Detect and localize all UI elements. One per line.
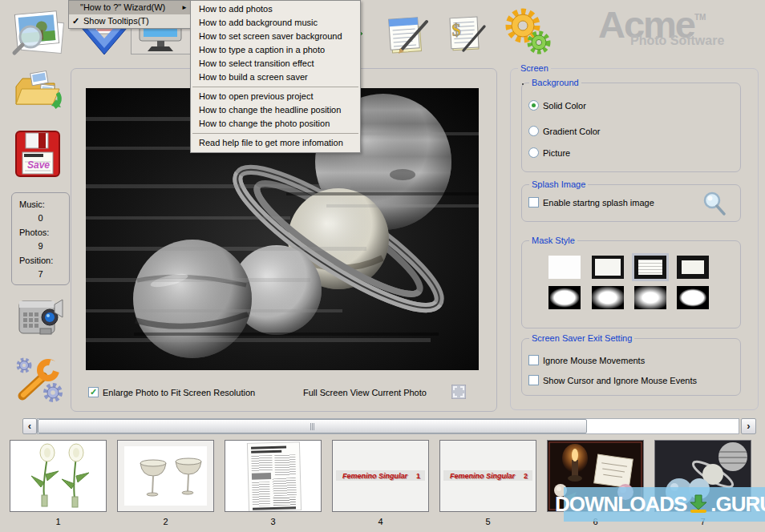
picture-radio[interactable]: Picture xyxy=(528,147,570,158)
brand-subtitle: Photo Software xyxy=(630,34,759,48)
menu-item-howto-wizard[interactable]: "How to ?" Wizard(W) ► xyxy=(69,1,191,14)
tools-icon[interactable] xyxy=(11,354,66,405)
mask-style-oval-1[interactable] xyxy=(548,286,581,309)
watermark-text-right: .GURU xyxy=(710,492,765,517)
caption-number: 1 xyxy=(416,472,425,480)
project-stats-panel: Music: 0 Photos: 9 Position: 7 xyxy=(11,192,70,285)
open-project-icon[interactable] xyxy=(11,69,66,120)
background-groupbox: Background Solid Color Gradient Color Pi… xyxy=(521,83,741,172)
howto-wizard-label: "How to ?" Wizard(W) xyxy=(80,1,178,14)
mask-style-oval-4[interactable] xyxy=(677,286,709,309)
download-icon xyxy=(688,494,709,516)
ignore-mouse-checkbox[interactable]: Ignore Mouse Movements xyxy=(528,355,645,365)
menu-item-build-screensaver[interactable]: How to build a screen saver xyxy=(191,71,360,84)
mask-style-groupbox: Mask Style xyxy=(521,240,741,328)
scroll-right-icon: › xyxy=(747,420,750,432)
music-value: 0 xyxy=(12,213,69,228)
thumbnail-roses[interactable] xyxy=(10,440,107,512)
thumbnail-number: 3 xyxy=(225,517,322,526)
caption-band: Femenino Singular 1 xyxy=(336,470,425,481)
menu-item-open-previous-project[interactable]: How to open previous project xyxy=(191,90,360,103)
fullscreen-view-label: Full Screen View Current Photo xyxy=(303,388,427,397)
show-cursor-checkbox[interactable]: Show Cursor and Ignore Mouse Events xyxy=(528,375,697,385)
check-icon: ✓ xyxy=(72,14,82,28)
menu-item-set-screensaver-background[interactable]: How to set screen saver background xyxy=(191,30,360,43)
music-label: Music: xyxy=(12,200,69,213)
browse-photos-icon[interactable] xyxy=(6,6,67,58)
caption-number: 2 xyxy=(524,472,532,480)
color-swatch[interactable] xyxy=(522,83,524,85)
show-cursor-label: Show Cursor and Ignore Mouse Events xyxy=(543,376,697,385)
thumbnail-femenino-1[interactable]: Femenino Singular 1 xyxy=(332,440,429,512)
ignore-mouse-label: Ignore Mouse Movements xyxy=(543,356,645,365)
caption-band: Femenino Singular 2 xyxy=(443,470,532,481)
exit-setting-groupbox: Screen Saver Exit Setting Ignore Mouse M… xyxy=(521,338,741,396)
show-tooltips-label: Show Tooltips(T) xyxy=(83,14,188,28)
filmstrip-scrollbar-thumb[interactable] xyxy=(38,419,587,433)
enlarge-photo-checkbox[interactable]: ✓ Enlarge Photo to Fit Screen Resolution xyxy=(88,387,255,397)
acme-photo-software-window: $ AcmeTM Photo Software xyxy=(0,0,765,532)
splash-checkbox-label: Enable startng splash image xyxy=(543,198,654,208)
brand-tm: TM xyxy=(694,13,706,22)
checkbox-box xyxy=(528,375,539,385)
menu-item-select-transition[interactable]: How to select transition effect xyxy=(191,57,360,71)
exit-setting-group-label: Screen Saver Exit Setting xyxy=(529,333,634,343)
mask-style-rect-border[interactable] xyxy=(592,256,624,279)
radio-circle-icon xyxy=(528,126,539,136)
newspaper-page xyxy=(247,441,302,512)
menu-item-type-caption[interactable]: How to type a caption in a photo xyxy=(191,43,360,57)
position-value: 7 xyxy=(12,269,69,284)
thumbnail-number: 4 xyxy=(332,517,429,526)
thumbnail-femenino-2[interactable]: Femenino Singular 2 xyxy=(439,440,536,512)
options-menu: "How to ?" Wizard(W) ► ✓ Show Tooltips(T… xyxy=(68,0,192,29)
svg-text:$: $ xyxy=(451,19,461,40)
scroll-right-button[interactable]: › xyxy=(741,418,756,434)
watermark-text-left: DOWNLOADS xyxy=(555,492,686,517)
photos-label: Photos: xyxy=(12,228,69,241)
submenu-arrow-icon: ► xyxy=(181,1,188,14)
gradient-color-label: Gradient Color xyxy=(543,127,601,136)
fullscreen-button[interactable] xyxy=(451,385,466,401)
filmstrip-scrollbar-track[interactable] xyxy=(37,418,739,434)
caption-text: Femenino Singular xyxy=(336,472,416,480)
menu-item-change-headline-position[interactable]: How to change the headline position xyxy=(191,103,360,117)
mask-style-plain[interactable] xyxy=(548,256,581,279)
mask-style-oval-2[interactable] xyxy=(592,286,624,309)
menu-item-read-help-file[interactable]: Read help file to get more infomation xyxy=(191,136,360,150)
checkbox-box xyxy=(528,355,539,365)
picture-label: Picture xyxy=(543,148,570,158)
splash-browse-magnifier-icon[interactable] xyxy=(703,191,726,217)
thumbnail-number: 5 xyxy=(439,517,536,526)
radio-circle-icon xyxy=(528,147,539,158)
enlarge-photo-label: Enlarge Photo to Fit Screen Resolution xyxy=(103,388,255,397)
gradient-color-radio[interactable]: Gradient Color xyxy=(528,126,601,136)
menu-separator xyxy=(192,133,358,134)
splash-group-label: Splash Image xyxy=(529,179,588,189)
menu-item-change-photo-position[interactable]: How to change the photo position xyxy=(191,117,360,131)
video-camera-icon[interactable] xyxy=(13,293,66,343)
mask-style-inset-border[interactable] xyxy=(677,256,709,279)
solid-color-radio[interactable]: Solid Color xyxy=(528,100,586,111)
mask-style-streaked-selected[interactable] xyxy=(634,256,666,279)
thumbnail-glasses[interactable] xyxy=(117,440,214,512)
menu-item-show-tooltips[interactable]: ✓ Show Tooltips(T) xyxy=(69,14,191,28)
settings-gears-icon[interactable] xyxy=(499,5,553,58)
notes-icon[interactable] xyxy=(383,10,433,57)
register-icon[interactable]: $ xyxy=(443,13,491,56)
brand-logo: AcmeTM Photo Software xyxy=(598,5,759,48)
downloads-guru-watermark: DOWNLOADS .GURU xyxy=(564,487,765,522)
menu-item-add-background-music[interactable]: How to add background music xyxy=(191,16,360,30)
save-label: Save xyxy=(27,159,50,171)
background-group-label: Background xyxy=(529,78,581,87)
checkbox-check-icon: ✓ xyxy=(88,387,99,397)
scrollbar-grip xyxy=(310,423,314,430)
caption-text: Femenino Singular xyxy=(443,472,524,480)
thumbnail-newspaper[interactable] xyxy=(225,440,322,512)
splash-checkbox[interactable]: Enable startng splash image xyxy=(528,197,654,208)
thumbnail-number: 1 xyxy=(10,517,107,526)
splash-groupbox: Splash Image Enable startng splash image xyxy=(521,184,741,222)
save-project-icon[interactable]: Save xyxy=(14,130,63,181)
menu-item-add-photos[interactable]: How to add photos xyxy=(191,2,360,16)
mask-style-oval-3[interactable] xyxy=(634,286,666,309)
scroll-left-button[interactable]: ‹ xyxy=(22,418,37,434)
